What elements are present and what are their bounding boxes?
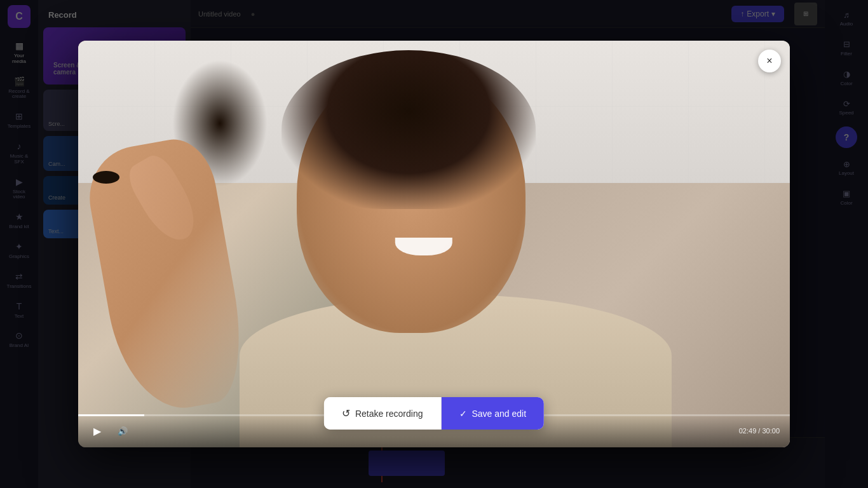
modal-overlay: ×: [0, 0, 868, 488]
retake-recording-button[interactable]: ↺ Retake recording: [324, 397, 442, 430]
person-hair: [281, 50, 536, 209]
video-background: [78, 41, 790, 447]
close-icon: ×: [766, 55, 772, 67]
video-container: ▶ 🔊 02:49 / 30:00: [78, 41, 790, 447]
volume-icon: 🔊: [118, 426, 128, 436]
current-time: 02:49: [739, 427, 757, 435]
retake-icon: ↺: [342, 407, 350, 419]
time-display: 02:49 / 30:00: [739, 427, 780, 435]
progress-bar-fill: [78, 414, 144, 416]
save-and-edit-button[interactable]: ✓ Save and edit: [442, 397, 545, 430]
save-label: Save and edit: [472, 409, 527, 419]
action-buttons: ↺ Retake recording ✓ Save and edit: [324, 397, 544, 430]
play-button[interactable]: ▶: [88, 422, 106, 440]
play-icon: ▶: [93, 425, 101, 437]
save-checkmark-icon: ✓: [459, 409, 467, 419]
modal-close-button[interactable]: ×: [758, 50, 781, 72]
total-time: 30:00: [762, 427, 780, 435]
volume-button[interactable]: 🔊: [114, 422, 132, 440]
retake-label: Retake recording: [355, 409, 423, 419]
recording-preview-modal: ×: [78, 41, 790, 447]
person-eye-right: [93, 171, 119, 184]
